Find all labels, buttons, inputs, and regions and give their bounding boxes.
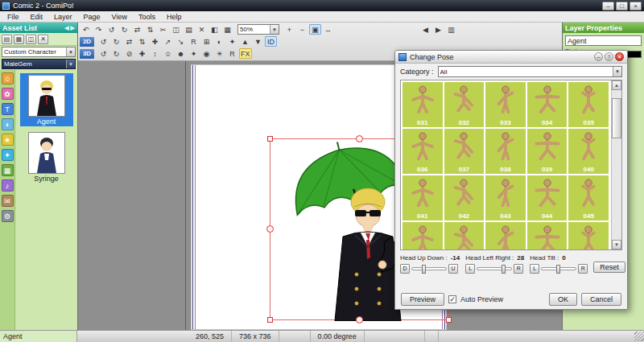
asset-item-syringe[interactable]: Syringe xyxy=(20,130,73,183)
settings-category-icon[interactable]: ⚙ xyxy=(2,210,14,222)
copy-icon[interactable]: ◫ xyxy=(170,24,182,35)
prev-page-icon[interactable]: ◀ xyxy=(419,24,431,35)
dialog-help-button-icon[interactable]: ? xyxy=(605,52,613,61)
slider-decrease-button[interactable]: L xyxy=(530,264,539,274)
reset-2d-icon[interactable]: R xyxy=(188,36,200,47)
dialog-close-button-icon[interactable]: × xyxy=(615,52,624,61)
rotate-ccw-2d-icon[interactable]: ↺ xyxy=(97,36,109,47)
rotate-cw-2d-icon[interactable]: ↻ xyxy=(110,36,122,47)
handle-top-left[interactable] xyxy=(267,136,273,142)
menu-layer[interactable]: Layer xyxy=(48,13,78,21)
pose-option-046[interactable]: 046 xyxy=(402,222,443,250)
redo-icon[interactable]: ↷ xyxy=(93,24,105,35)
pose-option-037[interactable]: 037 xyxy=(444,129,485,174)
slider-track[interactable] xyxy=(541,267,576,270)
cancel-button[interactable]: Cancel xyxy=(581,293,621,306)
reset-3d-icon[interactable]: R xyxy=(226,48,238,59)
scale-up-2d-icon[interactable]: ↗ xyxy=(162,36,174,47)
rotate-y-3d-icon[interactable]: ↻ xyxy=(110,48,122,59)
pose-option-038[interactable]: 038 xyxy=(485,129,526,174)
fx-3d-icon[interactable]: FX xyxy=(239,48,252,59)
move-2d-icon[interactable]: ✚ xyxy=(149,36,161,47)
pose-option-050[interactable]: 050 xyxy=(568,222,609,250)
pose-option-035[interactable]: 035 xyxy=(568,82,609,127)
delete-icon[interactable]: ✕ xyxy=(196,24,208,35)
pose-option-039[interactable]: 039 xyxy=(527,129,568,174)
resize-grip[interactable] xyxy=(634,332,644,341)
scroll-up-icon[interactable]: ▲ xyxy=(612,80,621,90)
pose-option-042[interactable]: 042 xyxy=(444,175,485,220)
handle-bottom-left[interactable] xyxy=(267,317,273,323)
slider-decrease-button[interactable]: L xyxy=(465,264,475,274)
slider-increase-button[interactable]: R xyxy=(514,264,523,274)
pose-option-033[interactable]: 033 xyxy=(485,82,526,127)
slider-track[interactable] xyxy=(477,267,512,270)
pose-option-043[interactable]: 043 xyxy=(485,175,526,220)
thumbnail-view-icon[interactable]: ▦ xyxy=(14,35,24,44)
face-3d-icon[interactable]: ☻ xyxy=(175,48,187,59)
zoom-in-icon[interactable]: + xyxy=(283,24,295,35)
page-list-icon[interactable]: ▥ xyxy=(445,24,457,35)
pose-grid-scrollbar[interactable]: ▲ ▼ xyxy=(611,80,621,249)
sound-category-icon[interactable]: ♪ xyxy=(2,179,14,192)
flip-h-2d-icon[interactable]: ⇄ xyxy=(123,36,135,47)
handle-bottom-right[interactable] xyxy=(446,317,452,323)
layer-up-icon[interactable]: ▲ xyxy=(239,36,251,47)
rotate-right-icon[interactable]: ↻ xyxy=(118,24,130,35)
handle-top-center[interactable] xyxy=(356,135,363,142)
pose-option-041[interactable]: 041 xyxy=(402,175,443,220)
frame-category-icon[interactable]: ▦ xyxy=(2,164,14,176)
layer-name-field[interactable]: Agent xyxy=(565,35,642,46)
character-category-icon[interactable]: ☺ xyxy=(2,72,14,84)
zoom-out-icon[interactable]: − xyxy=(296,24,308,35)
pose-category-icon[interactable]: ✿ xyxy=(2,88,14,100)
flip-vertical-icon[interactable]: ⇅ xyxy=(144,24,156,35)
category-dropdown[interactable]: All ▼ xyxy=(438,66,622,77)
droplet-category-icon[interactable]: ✦ xyxy=(2,149,14,161)
zoom-dropdown[interactable]: 50% ▼ xyxy=(237,24,279,35)
asset-category-dropdown[interactable]: Custom Character ▼ xyxy=(2,47,76,57)
scale-down-2d-icon[interactable]: ↘ xyxy=(175,36,187,47)
menu-file[interactable]: File xyxy=(2,13,25,21)
maximize-button-icon[interactable]: □ xyxy=(616,2,628,10)
scrollbar-track[interactable] xyxy=(612,90,621,240)
balloon-category-icon[interactable]: ◗ xyxy=(2,118,14,130)
camera-3d-icon[interactable]: ◉ xyxy=(200,48,213,59)
pose-option-048[interactable]: 048 xyxy=(485,222,526,250)
handle-left-middle[interactable] xyxy=(266,225,274,233)
rotate-x-3d-icon[interactable]: ↺ xyxy=(97,48,109,59)
flip-v-2d-icon[interactable]: ⇅ xyxy=(136,36,148,47)
handle-bottom-center[interactable] xyxy=(356,316,363,323)
move-3d-icon[interactable]: ✚ xyxy=(136,48,148,59)
ok-button[interactable]: OK xyxy=(549,293,577,306)
cut-icon[interactable]: ✂ xyxy=(157,24,169,35)
scale-3d-icon[interactable]: ↕ xyxy=(149,48,161,59)
preview-button[interactable]: Preview xyxy=(401,293,444,306)
pose-option-047[interactable]: 047 xyxy=(444,222,485,250)
menu-tools[interactable]: Tools xyxy=(133,13,161,21)
panel-collapse-icon[interactable]: ◀ ▶ xyxy=(64,25,75,31)
color-swatch[interactable] xyxy=(627,51,642,58)
copy-asset-icon[interactable]: ◫ xyxy=(26,35,36,44)
slider-increase-button[interactable]: U xyxy=(448,264,458,274)
text-category-icon[interactable]: T xyxy=(2,103,14,115)
pose-option-045[interactable]: 045 xyxy=(568,175,609,220)
slider-thumb[interactable] xyxy=(422,265,426,274)
slider-decrease-button[interactable]: D xyxy=(400,264,410,274)
slider-thumb[interactable] xyxy=(556,265,560,274)
menu-view[interactable]: View xyxy=(106,13,133,21)
pose-3d-icon[interactable]: ☺ xyxy=(162,48,174,59)
scroll-down-icon[interactable]: ▼ xyxy=(612,240,621,249)
asset-subcategory-dropdown[interactable]: MaleGem ▼ xyxy=(2,59,76,69)
opacity-2d-icon[interactable]: ◐ xyxy=(213,36,225,47)
pose-option-044[interactable]: 044 xyxy=(527,175,568,220)
align-2d-icon[interactable]: ⊞ xyxy=(200,36,213,47)
flip-horizontal-icon[interactable]: ⇄ xyxy=(131,24,143,35)
paste-icon[interactable]: ▤ xyxy=(183,24,195,35)
scrollbar-thumb[interactable] xyxy=(612,98,621,138)
grid-icon[interactable]: ▦ xyxy=(221,24,233,35)
list-view-icon[interactable]: ▤ xyxy=(2,35,12,44)
asset-item-agent[interactable]: Agent xyxy=(20,73,73,126)
duplicate-icon[interactable]: ◧ xyxy=(208,24,221,35)
pose-option-036[interactable]: 036 xyxy=(402,129,443,174)
